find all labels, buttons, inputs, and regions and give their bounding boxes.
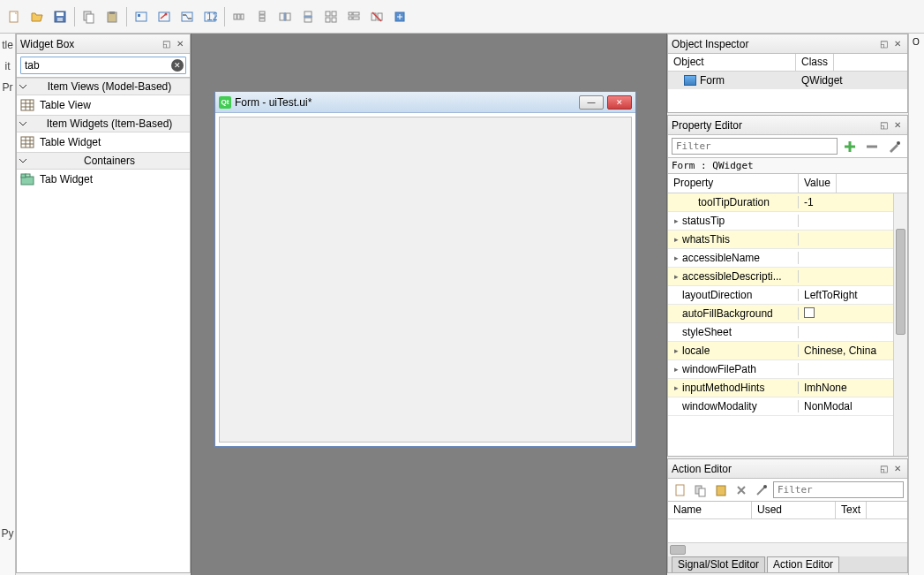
category-containers[interactable]: Containers (17, 152, 190, 170)
break-layout-button[interactable] (366, 6, 387, 27)
property-row[interactable]: ▸inputMethodHintsImhNone (668, 379, 907, 397)
widget-box-search-input[interactable] (23, 58, 171, 72)
add-property-button[interactable] (840, 137, 860, 156)
property-row[interactable]: ▸accessibleDescripti... (668, 268, 907, 286)
left-tab-0[interactable]: tle (2, 39, 13, 51)
property-row[interactable]: layoutDirectionLeftToRight (668, 286, 907, 305)
action-editor-title: Action Editor (672, 463, 877, 475)
widget-box-search-row: ✕ (17, 54, 190, 78)
category-item-views[interactable]: Item Views (Model-Based) (17, 78, 190, 95)
form-body[interactable] (219, 117, 632, 443)
layout-horizontal-button[interactable] (229, 6, 250, 27)
edit-tab-order-button[interactable]: 123 (199, 6, 221, 27)
right-tab-0[interactable]: O (909, 34, 924, 50)
property-row[interactable]: toolTipDuration-1 (668, 193, 907, 212)
expand-icon[interactable]: ▸ (672, 272, 680, 281)
close-icon[interactable]: ✕ (891, 463, 904, 475)
property-list[interactable]: toolTipDuration-1▸statusTip▸whatsThis▸ac… (668, 193, 907, 456)
widget-box-search[interactable]: ✕ (20, 57, 186, 74)
checkbox[interactable] (804, 307, 815, 318)
widget-box-list[interactable]: Item Views (Model-Based) Table View Item… (17, 78, 190, 572)
form-window[interactable]: Qt Form - uiTest.ui* — ✕ (214, 91, 636, 447)
save-file-button[interactable] (49, 6, 71, 27)
property-filter-input[interactable] (672, 138, 838, 155)
property-row[interactable]: ▸windowFilePath (668, 360, 907, 379)
configure-action-icon[interactable] (753, 481, 770, 499)
action-header[interactable]: Name Used Text (668, 502, 907, 519)
widget-box-title-bar: Widget Box ◱ ✕ (17, 34, 190, 54)
close-icon[interactable]: ✕ (891, 38, 904, 50)
expand-icon[interactable]: ▸ (672, 383, 680, 392)
paste-action-button[interactable] (712, 481, 730, 499)
left-tab-4[interactable]: Py (1, 527, 13, 540)
object-inspector-header[interactable]: Object Class (668, 54, 907, 72)
copy-button[interactable] (79, 6, 100, 27)
left-tab-2[interactable]: Pr (3, 81, 13, 94)
undock-icon[interactable]: ◱ (877, 119, 890, 132)
copy-action-button[interactable] (692, 481, 710, 499)
object-row-form[interactable]: Form QWidget (668, 72, 907, 89)
expand-icon[interactable]: ▸ (672, 253, 680, 262)
new-file-button[interactable] (4, 6, 25, 27)
layout-vsplit-button[interactable] (297, 6, 319, 27)
layout-hsplit-button[interactable] (274, 6, 296, 27)
close-icon[interactable]: ✕ (174, 38, 186, 50)
category-item-widgets[interactable]: Item Widgets (Item-Based) (17, 115, 190, 132)
scroll-thumb[interactable] (896, 229, 905, 335)
configure-icon[interactable] (884, 137, 904, 156)
action-list[interactable] (668, 519, 907, 542)
adjust-size-button[interactable] (389, 6, 410, 27)
widget-table-view[interactable]: Table View (17, 95, 190, 115)
toolbar-separator (126, 7, 127, 26)
new-action-button[interactable] (672, 481, 689, 499)
undock-icon[interactable]: ◱ (160, 38, 172, 50)
hscroll-thumb[interactable] (670, 545, 686, 555)
expand-icon[interactable]: ▸ (672, 346, 680, 355)
minimize-button[interactable]: — (579, 95, 604, 110)
undock-icon[interactable]: ◱ (877, 463, 890, 475)
tab-widget-icon (20, 172, 34, 186)
edit-buddies-button[interactable] (177, 6, 198, 27)
close-icon[interactable]: ✕ (891, 119, 904, 132)
form-title-bar[interactable]: Qt Form - uiTest.ui* — ✕ (215, 92, 635, 113)
left-tab-1[interactable]: it (5, 60, 11, 72)
tab-signal-slot[interactable]: Signal/Slot Editor (672, 556, 765, 572)
undock-icon[interactable]: ◱ (877, 38, 890, 50)
delete-action-button[interactable] (732, 481, 750, 499)
property-row[interactable]: autoFillBackground (668, 305, 907, 323)
action-hscrollbar[interactable] (668, 542, 907, 556)
property-row[interactable]: styleSheet (668, 323, 907, 342)
toolbar-separator (74, 7, 75, 26)
property-scrollbar[interactable] (893, 193, 907, 456)
property-row[interactable]: ▸localeChinese, China (668, 342, 907, 360)
design-canvas[interactable]: Qt Form - uiTest.ui* — ✕ (191, 34, 667, 575)
tab-action-editor[interactable]: Action Editor (767, 556, 839, 572)
paste-button[interactable] (101, 6, 123, 27)
property-row[interactable]: ▸statusTip (668, 212, 907, 231)
property-row[interactable]: ▸whatsThis (668, 231, 907, 249)
property-row[interactable]: windowModalityNonModal (668, 397, 907, 416)
expand-icon[interactable]: ▸ (672, 365, 680, 374)
widget-tab-widget[interactable]: Tab Widget (17, 170, 190, 189)
expand-icon[interactable]: ▸ (672, 216, 680, 225)
svg-rect-14 (188, 18, 192, 19)
object-inspector-panel: Object Inspector ◱✕ Object Class Form QW… (667, 34, 908, 113)
expand-icon[interactable]: ▸ (672, 235, 680, 244)
svg-rect-22 (259, 19, 265, 21)
widget-table-widget[interactable]: Table Widget (17, 132, 190, 152)
layout-vertical-button[interactable] (252, 6, 273, 27)
open-file-button[interactable] (26, 6, 48, 27)
clear-search-icon[interactable]: ✕ (171, 59, 184, 72)
remove-property-button[interactable] (862, 137, 882, 156)
action-filter-input[interactable] (773, 481, 904, 498)
property-header[interactable]: Property Value (668, 174, 907, 193)
svg-rect-29 (326, 11, 330, 16)
svg-rect-7 (109, 11, 115, 14)
layout-form-button[interactable] (343, 6, 364, 27)
toolbar-separator (224, 7, 225, 26)
property-row[interactable]: ▸accessibleName (668, 249, 907, 268)
edit-widgets-button[interactable] (131, 6, 152, 27)
layout-grid-button[interactable] (320, 6, 342, 27)
edit-signals-button[interactable] (154, 6, 175, 27)
close-button[interactable]: ✕ (607, 95, 632, 110)
